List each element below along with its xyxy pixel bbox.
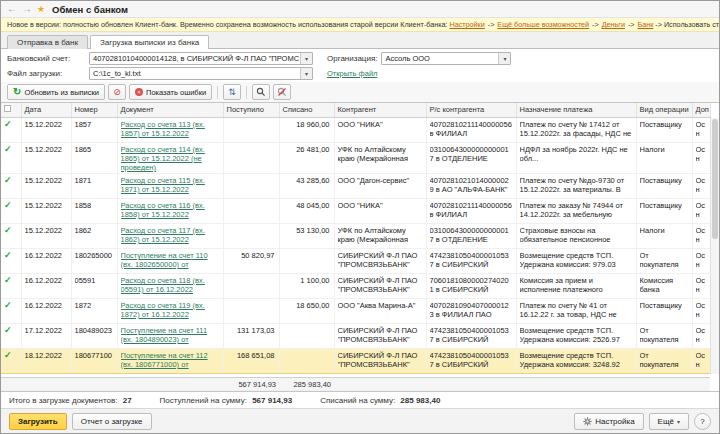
row-check-icon[interactable]: ✓ bbox=[4, 301, 12, 310]
cell-number: 1857 bbox=[75, 120, 114, 129]
cell-payment-purpose: Платеж по счету №до-9730 от 15.12.2022г.… bbox=[520, 176, 633, 194]
table-body: ✓ 15.12.2022 1857 Расход со счета 113 (в… bbox=[1, 118, 710, 374]
forward-icon[interactable]: → bbox=[22, 4, 32, 14]
notice-link-settings[interactable]: Настройки bbox=[450, 20, 485, 29]
document-link[interactable]: Расход со счета 118 (вх. 05591) от 16.12… bbox=[121, 276, 220, 294]
table-row[interactable]: ✓ 15.12.2022 1858 Расход со счета 116 (в… bbox=[1, 199, 710, 224]
header-checkbox[interactable] bbox=[1, 103, 21, 117]
cell-checkbox[interactable]: ✓ bbox=[1, 143, 21, 174]
cell-checkbox[interactable]: ✓ bbox=[1, 274, 21, 299]
header-payment-purpose[interactable]: Назначение платежа bbox=[516, 103, 636, 117]
header-document[interactable]: Документ bbox=[117, 103, 223, 117]
table-row[interactable]: ✓ 15.12.2022 1857 Расход со счета 113 (в… bbox=[1, 118, 710, 143]
row-check-icon[interactable]: ✓ bbox=[4, 120, 12, 129]
row-check-icon[interactable]: ✓ bbox=[4, 326, 12, 335]
table-row[interactable]: ✓ 16.12.2022 1872 Расход со счета 119 (в… bbox=[1, 299, 710, 324]
bank-account-dropdown-icon[interactable]: ▾ bbox=[300, 53, 312, 64]
cell-extra: Осн bbox=[696, 145, 707, 163]
document-link[interactable]: Расход со счета 117 (вх. 1862) от 15.12.… bbox=[121, 226, 220, 244]
document-link[interactable]: Расход со счета 114 (вх. 1865) от 15.12.… bbox=[121, 145, 220, 172]
bank-account-field[interactable]: 40702810104000014128, в СИБИРСКИЙ Ф-Л ПА… bbox=[89, 52, 313, 65]
cell-checkbox[interactable]: ✓ bbox=[1, 224, 21, 249]
cell-counterparty: ООО "НИКА" bbox=[338, 201, 423, 210]
cell-checkbox[interactable]: ✓ bbox=[1, 199, 21, 224]
document-link[interactable]: Поступление на счет 110 (вх. 1802650000)… bbox=[121, 251, 220, 269]
header-operation-type[interactable]: Вид операции bbox=[636, 103, 692, 117]
tab-strip: Отправка в банк Загрузка выписки из банк… bbox=[1, 32, 719, 49]
organization-label: Организация: bbox=[327, 54, 377, 63]
header-extra[interactable]: Доп bbox=[692, 103, 710, 117]
table-row[interactable]: ✓ 16.12.2022 05591 Расход со счета 118 (… bbox=[1, 274, 710, 299]
cell-counterparty: СИБИРСКИЙ Ф-Л ПАО "ПРОМСВЯЗЬБАНК" bbox=[338, 351, 423, 369]
reorder-button[interactable]: ⇅ bbox=[223, 84, 241, 100]
header-counterparty-account[interactable]: Р/с контрагента bbox=[426, 103, 516, 117]
document-link[interactable]: Расход со счета 116 (вх. 1858) от 15.12.… bbox=[121, 201, 220, 219]
cell-checkbox[interactable]: ✓ bbox=[1, 349, 21, 374]
select-all-checkbox[interactable] bbox=[4, 105, 11, 112]
cancel-search-button[interactable] bbox=[273, 84, 291, 100]
notice-link-bank[interactable]: Банк bbox=[638, 20, 654, 29]
refresh-from-statement-label: Обновить из выписки bbox=[24, 88, 99, 97]
cell-extra: Осн bbox=[696, 351, 707, 369]
help-button[interactable]: ? bbox=[694, 413, 711, 430]
notice-link-more-features[interactable]: Ещё больше возможностей bbox=[497, 20, 589, 29]
organization-field[interactable]: Ассоль ООО ▾ bbox=[381, 52, 511, 65]
load-report-label: Отчет о загрузке bbox=[81, 417, 143, 426]
row-check-icon[interactable]: ✓ bbox=[4, 201, 12, 210]
row-check-icon[interactable]: ✓ bbox=[4, 145, 12, 154]
show-errors-button[interactable]: × Показать ошибки bbox=[129, 84, 212, 100]
row-check-icon[interactable]: ✓ bbox=[4, 251, 12, 260]
row-check-icon[interactable]: ✓ bbox=[4, 176, 12, 185]
document-link[interactable]: Расход со счета 115 (вх. 1871) от 15.12.… bbox=[121, 176, 220, 194]
cell-number: 180489023 bbox=[75, 326, 114, 335]
cell-payment-purpose: Комиссия за прием и исполнение платежног… bbox=[520, 276, 633, 294]
table-row[interactable]: ✓ 16.12.2022 180265000 Поступление на сч… bbox=[1, 249, 710, 274]
refresh-from-statement-button[interactable]: ↻ Обновить из выписки bbox=[7, 84, 105, 100]
cell-checkbox[interactable]: ✓ bbox=[1, 118, 21, 143]
cell-counterparty-account: 70601810800002740201 в СИБИРСКИЙ bbox=[430, 276, 513, 294]
row-check-icon[interactable]: ✓ bbox=[4, 276, 12, 285]
load-file-field[interactable]: C:\1c_to_kl.txt ▾ bbox=[89, 67, 313, 80]
cell-checkbox[interactable]: ✓ bbox=[1, 299, 21, 324]
settings-button[interactable]: Настройка bbox=[574, 413, 643, 430]
more-button[interactable]: Ещё ▾ bbox=[649, 413, 689, 430]
notice-link-money[interactable]: Деньги bbox=[602, 20, 625, 29]
header-number[interactable]: Номер bbox=[71, 103, 117, 117]
cell-counterparty: УФК по Алтайскому краю (Межрайонная ИФНС… bbox=[338, 145, 423, 163]
document-link[interactable]: Расход со счета 119 (вх. 1872) от 16.12.… bbox=[121, 301, 220, 319]
document-link[interactable]: Поступление на счет 112 (вх. 1806771000)… bbox=[121, 351, 220, 369]
row-check-icon[interactable]: ✓ bbox=[4, 226, 12, 235]
vertical-scrollbar[interactable] bbox=[710, 118, 719, 375]
load-report-button[interactable]: Отчет о загрузке bbox=[72, 413, 152, 430]
tab-send-to-bank[interactable]: Отправка в банк bbox=[7, 35, 88, 49]
header-date[interactable]: Дата bbox=[21, 103, 71, 117]
summary-bar: Итого в загрузке документов: 27 Поступле… bbox=[1, 392, 719, 408]
table-row[interactable]: ✓ 18.12.2022 180677100 Поступление на сч… bbox=[1, 349, 710, 374]
notice-bar: Новое в версии: полностью обновлен Клиен… bbox=[1, 18, 719, 32]
favorite-star-icon[interactable]: ★ bbox=[37, 5, 45, 14]
cell-checkbox[interactable]: ✓ bbox=[1, 324, 21, 349]
cancel-loading-button[interactable]: ⊘ bbox=[108, 84, 126, 100]
open-file-link[interactable]: Открыть файл bbox=[327, 69, 377, 78]
document-link[interactable]: Поступление на счет 111 (вх. 1804890023)… bbox=[121, 326, 220, 344]
cell-checkbox[interactable]: ✓ bbox=[1, 174, 21, 199]
row-check-icon[interactable]: ✓ bbox=[4, 351, 12, 360]
table-row[interactable]: ✓ 15.12.2022 1865 Расход со счета 114 (в… bbox=[1, 143, 710, 174]
search-button[interactable] bbox=[252, 84, 270, 100]
load-button[interactable]: Загрузить bbox=[9, 413, 67, 430]
header-received[interactable]: Поступило bbox=[223, 103, 279, 117]
document-link[interactable]: Расход со счета 113 (вх. 1857) от 15.12.… bbox=[121, 120, 220, 138]
cell-received: 131 173,03 bbox=[227, 326, 275, 335]
scrollbar-thumb[interactable] bbox=[712, 119, 718, 239]
load-file-dropdown-icon[interactable]: ▾ bbox=[300, 68, 312, 79]
header-written-off[interactable]: Списано bbox=[279, 103, 334, 117]
statement-form: Банковский счет: 40702810104000014128, в… bbox=[1, 49, 719, 82]
cell-checkbox[interactable]: ✓ bbox=[1, 249, 21, 274]
organization-dropdown-icon[interactable]: ▾ bbox=[498, 53, 510, 64]
table-row[interactable]: ✓ 15.12.2022 1871 Расход со счета 115 (в… bbox=[1, 174, 710, 199]
table-row[interactable]: ✓ 15.12.2022 1862 Расход со счета 117 (в… bbox=[1, 224, 710, 249]
back-icon[interactable]: ← bbox=[7, 4, 17, 14]
header-counterparty[interactable]: Контрагент bbox=[334, 103, 426, 117]
tab-load-statement[interactable]: Загрузка выписки из банка bbox=[90, 35, 209, 49]
table-row[interactable]: ✓ 17.12.2022 180489023 Поступление на сч… bbox=[1, 324, 710, 349]
